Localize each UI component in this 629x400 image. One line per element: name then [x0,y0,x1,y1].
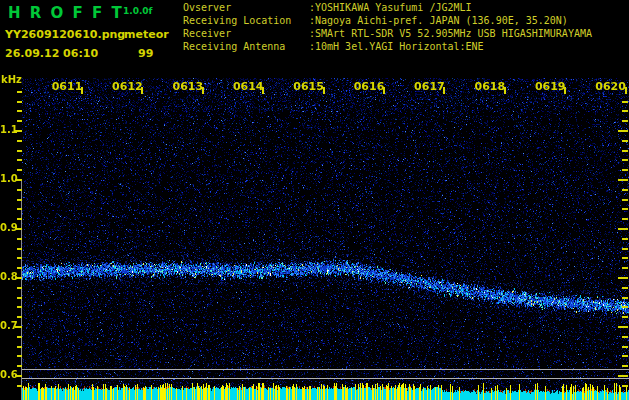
y-axis-minor-tick [17,218,22,220]
info-row-label: Receiving Location [183,14,309,27]
x-axis-time-label: 0612 [110,80,144,93]
x-axis-time-label: 0616 [352,80,386,93]
hrofft-window: H R O F F T 1.0.0f YY2609120610.png mete… [0,0,629,400]
y-axis-right-minor-tick [622,365,628,367]
y-axis-right-minor-tick [622,287,628,289]
x-axis-minute-tick [504,87,506,94]
y-axis-label: 0.9 [0,222,14,233]
info-row-label: Ovserver [183,1,309,14]
meteor-count: 99 [138,47,153,60]
y-axis-right-major-tick [618,228,628,230]
y-axis-minor-tick [17,150,22,152]
app-version: 1.0.0f [123,6,153,16]
info-row: Receiving Location:Nagoya Aichi-pref. JA… [183,14,592,27]
y-axis-right-minor-tick [622,218,628,220]
y-axis-major-tick [15,277,22,279]
y-axis-unit-label: kHz [1,74,22,85]
y-axis-right-minor-tick [622,355,628,357]
y-axis-right-minor-tick [622,385,628,387]
y-axis-minor-tick [17,91,22,93]
y-axis-minor-tick [17,159,22,161]
y-axis-label: 0.8 [0,271,14,282]
info-row: Receiver:SMArt RTL-SDR V5 52.905MHz USB … [183,27,592,40]
y-axis-right-minor-tick [622,140,628,142]
y-axis-right-minor-tick [622,336,628,338]
y-axis-right-minor-tick [622,238,628,240]
x-axis-minute-tick [323,87,325,94]
y-axis-label: 0.6 [0,369,14,380]
y-axis-right-major-tick [618,130,628,132]
x-axis-time-label: 0614 [231,80,265,93]
y-axis-minor-tick [17,257,22,259]
x-axis-minute-tick [564,87,566,94]
x-axis-time-label: 0611 [50,80,84,93]
y-axis-minor-tick [17,189,22,191]
y-axis-minor-tick [17,385,22,387]
y-axis-minor-tick [17,355,22,357]
y-axis-right-major-tick [618,326,628,328]
y-axis-right-minor-tick [622,346,628,348]
station-info-table: Ovserver:YOSHIKAWA Yasufumi /JG2MLIRecei… [183,1,592,53]
y-axis-minor-tick [17,238,22,240]
y-axis-minor-tick [17,287,22,289]
info-row-value: :SMArt RTL-SDR V5 52.905MHz USB HIGASHIM… [309,27,592,40]
y-axis-right-minor-tick [622,297,628,299]
y-axis-right-minor-tick [622,208,628,210]
y-axis-right-minor-tick [622,120,628,122]
y-axis-minor-tick [17,169,22,171]
y-axis-minor-tick [17,365,22,367]
y-axis-major-tick [15,326,22,328]
x-axis-minute-tick [141,87,143,94]
y-axis-right-minor-tick [622,267,628,269]
y-axis-right-minor-tick [622,316,628,318]
x-axis-minute-tick [383,87,385,94]
y-axis-right-minor-tick [622,169,628,171]
info-row: Receiving Antenna:10mH 3el.YAGI Horizont… [183,40,592,53]
x-axis-minute-tick [443,87,445,94]
info-row-label: Receiver [183,27,309,40]
plot-left-border [21,180,22,400]
info-row-value: :YOSHIKAWA Yasufumi /JG2MLI [309,1,472,14]
x-axis-time-label: 0618 [473,80,507,93]
y-axis-minor-tick [17,199,22,201]
y-axis-minor-tick [17,248,22,250]
x-axis-minute-tick [81,87,83,94]
y-axis-minor-tick [17,208,22,210]
y-axis-minor-tick [17,140,22,142]
spectrogram-canvas [22,78,629,400]
y-axis-minor-tick [17,267,22,269]
y-axis-major-tick [15,130,22,132]
y-axis-label: 0.7 [0,320,14,331]
y-axis-minor-tick [17,101,22,103]
x-axis-time-label: 0620 [594,80,628,93]
y-axis-right-minor-tick [622,257,628,259]
x-axis-time-label: 0617 [412,80,446,93]
y-axis-right-minor-tick [622,159,628,161]
x-axis-time-label: 0615 [292,80,326,93]
y-axis-right-minor-tick [622,150,628,152]
info-row-value: :10mH 3el.YAGI Horizontal:ENE [309,40,484,53]
y-axis-right-minor-tick [622,248,628,250]
info-row-value: :Nagoya Aichi-pref. JAPAN (136.90E, 35.2… [309,14,568,27]
app-title: H R O F F T [8,4,124,22]
y-axis-minor-tick [17,346,22,348]
y-axis-major-tick [15,179,22,181]
info-row-label: Receiving Antenna [183,40,309,53]
y-axis-minor-tick [17,316,22,318]
y-axis-minor-tick [17,297,22,299]
y-axis-right-minor-tick [622,189,628,191]
y-axis-right-minor-tick [622,110,628,112]
y-axis-minor-tick [17,336,22,338]
x-axis-minute-tick [202,87,204,94]
y-axis-right-minor-tick [622,306,628,308]
y-axis-right-minor-tick [622,101,628,103]
output-filename: YY2609120610.png [5,28,125,41]
y-axis-right-minor-tick [622,199,628,201]
mode-label: meteor [124,28,169,41]
y-axis-major-tick [15,228,22,230]
y-axis-right-major-tick [618,375,628,377]
y-axis-major-tick [15,375,22,377]
y-axis-minor-tick [17,120,22,122]
y-axis-minor-tick [17,306,22,308]
x-axis-time-label: 0613 [171,80,205,93]
